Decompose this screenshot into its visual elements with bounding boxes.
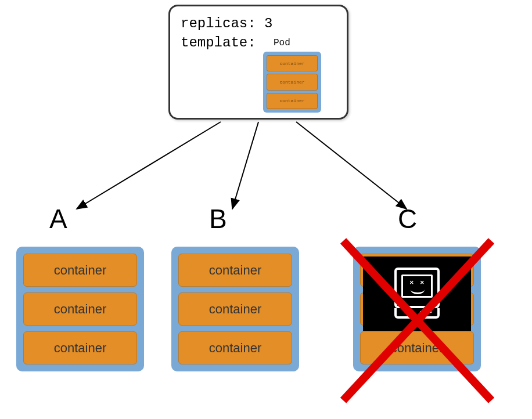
pod-a: container container container	[16, 247, 144, 371]
container-box: container	[178, 331, 292, 364]
pod-label-c: C	[398, 203, 417, 234]
mini-container: container	[267, 93, 318, 109]
deployment-spec-box: replicas: 3 template: Pod container cont…	[168, 5, 348, 120]
svg-line-2	[232, 122, 258, 209]
crash-screen-icon: ✕ ✕	[363, 257, 471, 331]
container-box: container	[23, 254, 137, 287]
template-text: template:	[181, 35, 336, 50]
pod-template-icon: container container container	[263, 52, 321, 113]
container-box: container	[360, 331, 474, 364]
container-box: container	[178, 292, 292, 326]
container-box: container	[23, 292, 137, 326]
svg-line-3	[296, 122, 407, 209]
svg-line-1	[77, 122, 221, 209]
pod-template-label: Pod	[274, 38, 290, 48]
pod-b: container container container	[171, 247, 299, 371]
pod-label-b: B	[209, 203, 227, 234]
pod-label-a: A	[49, 203, 67, 234]
replicas-text: replicas: 3	[181, 16, 336, 31]
mini-container: container	[267, 74, 318, 90]
container-box: container	[178, 254, 292, 287]
sad-mac-icon: ✕ ✕	[394, 268, 440, 320]
mini-container: container	[267, 55, 318, 71]
container-box: container	[23, 331, 137, 364]
